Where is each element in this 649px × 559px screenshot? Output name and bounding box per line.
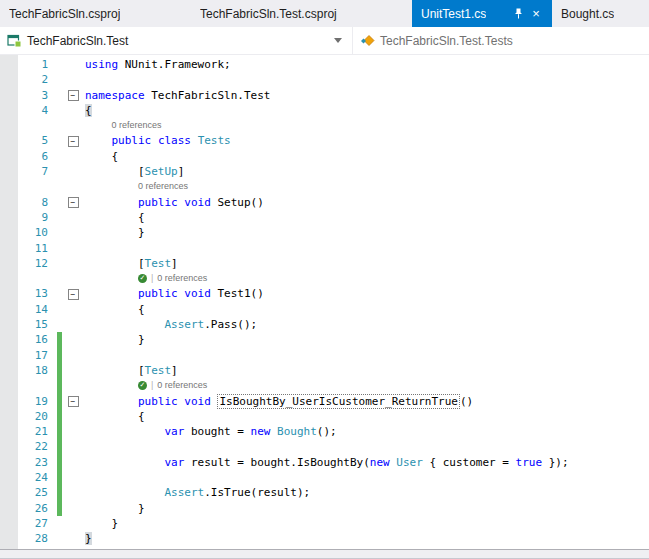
indicator-margin-cell[interactable]	[0, 103, 18, 118]
code-line[interactable]: 11	[0, 241, 649, 256]
code-line[interactable]: 17	[0, 348, 649, 363]
indicator-margin-cell[interactable]	[0, 531, 18, 546]
code-line[interactable]: 7 [SetUp]	[0, 164, 649, 179]
code-line[interactable]: 20 {	[0, 409, 649, 424]
tab-techfabricsln-test-csproj[interactable]: TechFabricSln.Test.csproj	[191, 0, 412, 27]
code-line[interactable]: 10 }	[0, 225, 649, 240]
code-line[interactable]: 2	[0, 72, 649, 87]
code-line[interactable]: 21 var bought = new Bought();	[0, 424, 649, 439]
code-text[interactable]	[82, 241, 649, 256]
code-text[interactable]: public void IsBoughtBy_UserIsCustomer_Re…	[82, 394, 649, 409]
codelens-content[interactable]: 0 references	[82, 118, 649, 133]
code-text[interactable]: }	[82, 516, 649, 531]
code-text[interactable]: [Test]	[82, 363, 649, 378]
codelens-row[interactable]: 0 references	[0, 118, 649, 133]
codelens-row[interactable]: ✓|0 references	[0, 378, 649, 393]
indicator-margin-cell[interactable]	[0, 57, 18, 72]
code-text[interactable]	[82, 470, 649, 485]
code-line[interactable]: 14 {	[0, 302, 649, 317]
code-line[interactable]: 1using NUnit.Framework;	[0, 57, 649, 72]
code-text[interactable]: {	[82, 409, 649, 424]
code-line[interactable]: 8− public void Setup()	[0, 195, 649, 210]
code-line[interactable]: 19− public void IsBoughtBy_UserIsCustome…	[0, 394, 649, 409]
code-text[interactable]: public class Tests	[82, 133, 649, 148]
codelens-content[interactable]: ✓|0 references	[82, 378, 649, 393]
code-text[interactable]: var result = bought.IsBoughtBy(new User …	[82, 455, 649, 470]
indicator-margin-cell[interactable]	[0, 118, 18, 133]
code-text[interactable]: [SetUp]	[82, 164, 649, 179]
references-link[interactable]: 0 references	[157, 378, 207, 393]
references-link[interactable]: 0 references	[138, 179, 188, 194]
code-text[interactable]: Assert.Pass();	[82, 317, 649, 332]
indicator-margin-cell[interactable]	[0, 256, 18, 271]
horizontal-scrollbar[interactable]	[0, 549, 649, 558]
code-line[interactable]: 18 [Test]	[0, 363, 649, 378]
code-line[interactable]: 23 var result = bought.IsBoughtBy(new Us…	[0, 455, 649, 470]
indicator-margin-cell[interactable]	[0, 317, 18, 332]
code-text[interactable]: var bought = new Bought();	[82, 424, 649, 439]
code-line[interactable]: 13− public void Test1()	[0, 286, 649, 301]
indicator-margin-cell[interactable]	[0, 133, 18, 148]
indicator-margin-cell[interactable]	[0, 164, 18, 179]
references-link[interactable]: 0 references	[157, 271, 207, 286]
codelens-row[interactable]: ✓|0 references	[0, 271, 649, 286]
code-line[interactable]: 25 Assert.IsTrue(result);	[0, 485, 649, 500]
indicator-margin-cell[interactable]	[0, 179, 18, 194]
code-line[interactable]: 6 {	[0, 149, 649, 164]
tab-techfabricsln-csproj[interactable]: TechFabricSln.csproj	[0, 0, 191, 27]
collapse-toggle[interactable]: −	[68, 396, 79, 407]
code-text[interactable]: public void Setup()	[82, 195, 649, 210]
indicator-margin-cell[interactable]	[0, 501, 18, 516]
code-text[interactable]: {	[82, 302, 649, 317]
indicator-margin-cell[interactable]	[0, 409, 18, 424]
code-line[interactable]: 12 [Test]	[0, 256, 649, 271]
code-line[interactable]: 3−namespace TechFabricSln.Test	[0, 88, 649, 103]
indicator-margin-cell[interactable]	[0, 439, 18, 454]
code-line[interactable]: 5− public class Tests	[0, 133, 649, 148]
collapse-toggle[interactable]: −	[68, 289, 79, 300]
code-text[interactable]	[82, 348, 649, 363]
code-line[interactable]: 22	[0, 439, 649, 454]
indicator-margin-cell[interactable]	[0, 378, 18, 393]
codelens-row[interactable]: 0 references	[0, 179, 649, 194]
code-text[interactable]	[82, 439, 649, 454]
collapse-toggle[interactable]: −	[68, 90, 79, 101]
code-text[interactable]: public void Test1()	[82, 286, 649, 301]
code-line[interactable]: 16 }	[0, 332, 649, 347]
indicator-margin-cell[interactable]	[0, 149, 18, 164]
code-text[interactable]: using NUnit.Framework;	[82, 57, 649, 72]
tab-unittest1-cs[interactable]: UnitTest1.cs×	[412, 0, 552, 27]
code-text[interactable]: {	[82, 210, 649, 225]
code-text[interactable]	[82, 72, 649, 87]
code-text[interactable]: }	[82, 501, 649, 516]
code-text[interactable]: }	[82, 225, 649, 240]
types-dropdown[interactable]: TechFabricSln.Test.Tests	[353, 27, 649, 54]
code-line[interactable]: 28}	[0, 531, 649, 546]
indicator-margin-cell[interactable]	[0, 363, 18, 378]
tab-bought-cs[interactable]: Bought.cs	[552, 0, 649, 27]
indicator-margin-cell[interactable]	[0, 424, 18, 439]
codelens-content[interactable]: ✓|0 references	[82, 271, 649, 286]
code-text[interactable]: [Test]	[82, 256, 649, 271]
references-link[interactable]: 0 references	[111, 118, 161, 133]
code-line[interactable]: 4{	[0, 103, 649, 118]
indicator-margin-cell[interactable]	[0, 470, 18, 485]
indicator-margin-cell[interactable]	[0, 455, 18, 470]
codelens-content[interactable]: 0 references	[82, 179, 649, 194]
indicator-margin-cell[interactable]	[0, 241, 18, 256]
code-text[interactable]: }	[82, 531, 649, 546]
code-text[interactable]: namespace TechFabricSln.Test	[82, 88, 649, 103]
indicator-margin-cell[interactable]	[0, 195, 18, 210]
collapse-toggle[interactable]: −	[68, 136, 79, 147]
indicator-margin-cell[interactable]	[0, 302, 18, 317]
code-line[interactable]: 9 {	[0, 210, 649, 225]
indicator-margin-cell[interactable]	[0, 72, 18, 87]
code-line[interactable]: 15 Assert.Pass();	[0, 317, 649, 332]
code-line[interactable]: 27 }	[0, 516, 649, 531]
collapse-toggle[interactable]: −	[68, 197, 79, 208]
close-icon[interactable]: ×	[529, 7, 543, 21]
code-text[interactable]: {	[82, 103, 649, 118]
indicator-margin-cell[interactable]	[0, 210, 18, 225]
code-line[interactable]: 26 }	[0, 501, 649, 516]
code-editor[interactable]: 1using NUnit.Framework;23−namespace Tech…	[0, 55, 649, 551]
